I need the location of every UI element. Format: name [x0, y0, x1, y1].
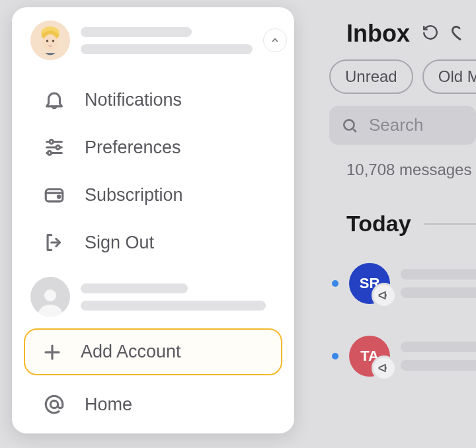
unread-dot	[332, 353, 338, 359]
sliders-icon	[42, 135, 66, 159]
filter-chips: Unread Old Mail	[329, 59, 476, 94]
bell-icon	[42, 88, 66, 112]
sign-out-icon	[42, 231, 66, 254]
user-name-placeholder	[81, 27, 253, 54]
mail-item[interactable]: SR	[332, 263, 476, 304]
svg-point-4	[52, 40, 54, 42]
filter-old-mail[interactable]: Old Mail	[422, 59, 476, 94]
menu-label: Home	[85, 394, 132, 415]
search-placeholder: Search	[369, 115, 423, 135]
current-user-header[interactable]	[12, 20, 294, 60]
add-account-button[interactable]: Add Account	[24, 328, 282, 375]
unread-dot	[332, 280, 338, 287]
secondary-account[interactable]	[12, 277, 294, 317]
search-icon	[341, 117, 358, 134]
menu-notifications[interactable]: Notifications	[12, 76, 294, 124]
mail-item[interactable]: TA	[332, 336, 476, 377]
menu-label: Subscription	[85, 185, 183, 205]
svg-point-9	[56, 145, 60, 149]
megaphone-icon	[372, 283, 397, 308]
inbox-title: Inbox	[346, 20, 410, 48]
menu-sign-out[interactable]: Sign Out	[12, 219, 294, 266]
sender-avatar: TA	[349, 336, 390, 377]
svg-point-13	[44, 289, 56, 301]
menu-preferences[interactable]: Preferences	[12, 124, 294, 171]
menu-home[interactable]: Home	[12, 375, 294, 416]
svg-point-12	[58, 196, 60, 198]
search-input[interactable]: Search	[329, 106, 476, 145]
secondary-account-placeholder	[81, 283, 266, 311]
section-today-title: Today	[346, 211, 411, 237]
mail-preview	[401, 342, 476, 371]
svg-point-3	[46, 40, 48, 42]
filter-unread[interactable]: Unread	[329, 59, 413, 94]
heart-icon[interactable]	[451, 22, 471, 45]
add-account-label: Add Account	[81, 342, 181, 362]
refresh-icon[interactable]	[422, 24, 439, 44]
user-avatar	[30, 20, 70, 60]
menu-label: Sign Out	[85, 233, 154, 253]
account-dropdown-panel: Notifications Preferences Subscription S…	[12, 7, 294, 433]
menu-label: Preferences	[85, 137, 181, 158]
svg-point-16	[50, 400, 58, 408]
section-divider	[424, 223, 476, 225]
inbox-background: Inbox Unread Old Mail Search 10,708 mess…	[329, 0, 476, 408]
sender-avatar: SR	[349, 263, 390, 304]
generic-avatar-icon	[30, 277, 70, 317]
collapse-button[interactable]	[263, 28, 287, 52]
megaphone-icon	[372, 355, 397, 381]
mail-preview	[401, 269, 476, 298]
svg-point-10	[48, 151, 52, 155]
wallet-icon	[42, 183, 66, 207]
svg-point-8	[50, 140, 54, 144]
plus-icon	[42, 342, 62, 362]
at-icon	[42, 392, 66, 416]
svg-point-0	[344, 120, 354, 130]
menu-subscription[interactable]: Subscription	[12, 171, 294, 219]
menu-label: Notifications	[85, 90, 182, 110]
message-count: 10,708 messages	[346, 161, 476, 179]
chevron-up-icon	[270, 35, 280, 46]
